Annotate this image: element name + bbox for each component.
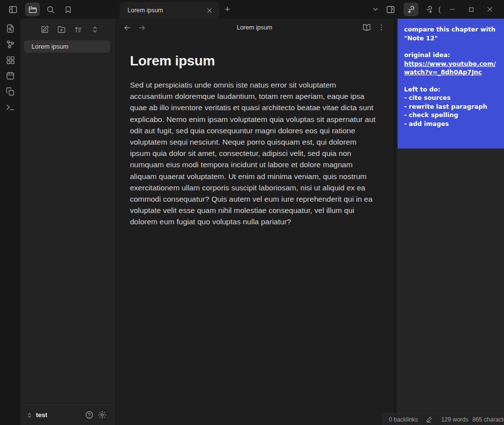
sort-order-button[interactable] (72, 24, 84, 35)
settings-button[interactable] (95, 409, 108, 422)
quick-switcher-button[interactable] (4, 23, 17, 34)
tab-lorem-ipsum[interactable]: Lorem ipsum (120, 2, 219, 19)
minimize-icon (449, 6, 456, 13)
new-note-button[interactable] (39, 24, 51, 35)
word-count: 129 words (441, 416, 468, 423)
outgoing-links-button[interactable] (421, 2, 436, 16)
new-folder-icon (57, 25, 66, 34)
terminal-icon (5, 102, 15, 112)
pencil-icon (426, 416, 433, 423)
obsidian-window: Lorem ipsum + (0, 0, 504, 425)
tab-list-button[interactable] (368, 2, 383, 16)
edit-mode-indicator[interactable] (426, 416, 433, 423)
chevron-down-icon (372, 5, 379, 13)
canvas-button[interactable] (4, 55, 17, 65)
arrow-left-icon (123, 24, 131, 32)
collapse-all-button[interactable] (89, 24, 101, 35)
graph-icon (5, 39, 15, 49)
chevrons-up-down-icon (91, 25, 99, 34)
maximize-button[interactable] (462, 2, 480, 16)
folder-icon (28, 5, 37, 14)
files-tab-button[interactable] (25, 2, 40, 16)
link-arrow-in-icon (407, 5, 416, 14)
tab-title: Lorem ipsum (127, 7, 204, 14)
navigate-back-button[interactable] (121, 22, 133, 33)
backlinks-count[interactable]: 0 backlinks (389, 416, 418, 423)
new-tab-button[interactable]: + (220, 2, 234, 16)
sticky-note[interactable]: compare this chapter with "Note 12" orig… (398, 19, 504, 149)
todo-item: - add images (404, 120, 498, 128)
sticky-note-todo-label: Left to do: (404, 85, 498, 94)
ribbon (0, 19, 20, 425)
file-item-label: Lorem ipsum (32, 43, 68, 50)
todo-item: - check spelling (404, 111, 498, 120)
minimize-button[interactable] (443, 2, 462, 16)
reading-view-button[interactable] (360, 22, 373, 33)
window-close-button[interactable] (480, 2, 499, 16)
link-arrow-out-icon (424, 5, 434, 14)
tab-close-button[interactable] (204, 5, 214, 15)
file-search-icon (5, 24, 15, 33)
maximize-icon (468, 6, 474, 13)
book-open-icon (362, 23, 371, 32)
vault-chevrons-icon (26, 412, 33, 419)
canvas-grid-icon (5, 55, 15, 65)
panel-right-icon (386, 5, 395, 14)
editor-header-title: Lorem ipsum (115, 24, 394, 31)
bookmark-icon (64, 5, 72, 14)
graph-view-button[interactable] (4, 39, 17, 50)
close-icon (206, 7, 213, 14)
templates-copy-icon (5, 87, 15, 96)
note-content[interactable]: Lorem ipsum Sed ut perspiciatis unde omn… (115, 36, 394, 228)
search-tab-button[interactable] (43, 2, 58, 16)
todo-item: - cite sources (404, 93, 498, 102)
help-circle-icon (85, 410, 94, 420)
note-heading: Lorem ipsum (130, 53, 379, 69)
pane-resize-handle[interactable] (394, 19, 397, 425)
left-sidebar-toggle-button[interactable] (5, 2, 20, 16)
sort-order-icon (74, 25, 83, 34)
clipped-icon: ( (436, 5, 443, 13)
titlebar-left-group (5, 0, 75, 19)
more-vertical-icon (378, 24, 385, 31)
right-sidebar: compare this chapter with "Note 12" orig… (398, 19, 504, 425)
note-paragraph: Sed ut perspiciatis unde omnis iste natu… (130, 79, 376, 228)
bookmarks-tab-button[interactable] (61, 2, 75, 16)
status-bar: 0 backlinks 129 words 865 characters (382, 413, 504, 425)
vault-name[interactable]: test (36, 411, 83, 419)
sticky-note-idea-label: original idea: (404, 51, 498, 60)
insert-template-button[interactable] (4, 86, 17, 97)
editor-header: Lorem ipsum (115, 19, 394, 36)
titlebar-right-group: ( (368, 0, 499, 19)
daily-note-button[interactable] (4, 70, 17, 81)
right-sidebar-toggle-button[interactable] (383, 2, 398, 16)
help-button[interactable] (83, 409, 95, 422)
character-count: 865 characters (472, 416, 504, 423)
arrow-right-icon (138, 24, 146, 32)
explorer-toolbar (20, 19, 114, 40)
incoming-links-button[interactable] (404, 2, 418, 16)
panel-left-icon (8, 5, 18, 14)
file-explorer-panel: Lorem ipsum test (20, 19, 115, 425)
file-item-lorem-ipsum[interactable]: Lorem ipsum (24, 40, 110, 53)
terminal-button[interactable] (4, 102, 17, 113)
editor-pane: Lorem ipsum (115, 19, 394, 425)
vault-switcher-row: test (20, 404, 114, 425)
gear-icon (97, 410, 107, 420)
close-icon (486, 6, 493, 13)
titlebar: Lorem ipsum + (0, 0, 504, 19)
new-folder-button[interactable] (56, 24, 67, 35)
navigate-forward-button[interactable] (136, 22, 148, 33)
youtube-link[interactable]: https://www.youtube.com/watch?v=_8dh0Ap7… (404, 60, 496, 76)
new-note-icon (40, 25, 49, 34)
more-options-button[interactable] (375, 22, 388, 33)
todo-item: - rewrite last paragraph (404, 102, 498, 111)
calendar-icon (5, 71, 15, 81)
search-icon (46, 5, 55, 14)
sticky-note-intro: compare this chapter with "Note 12" (404, 25, 498, 42)
